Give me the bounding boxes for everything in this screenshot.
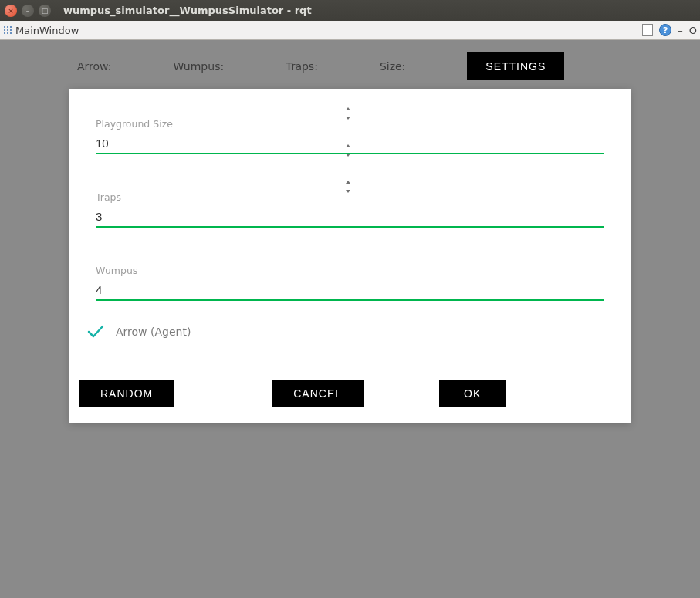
close-icon[interactable]: × bbox=[5, 5, 17, 17]
help-icon[interactable]: ? bbox=[659, 24, 671, 36]
titlebar-dash[interactable]: – bbox=[678, 25, 683, 36]
checkmark-icon[interactable] bbox=[86, 324, 105, 340]
status-row: Arrow: Wumpus: Traps: Size: SETTINGS bbox=[0, 52, 700, 80]
traps-input[interactable] bbox=[96, 208, 604, 228]
page-icon[interactable] bbox=[642, 24, 653, 36]
wumpus-label: Wumpus bbox=[96, 265, 604, 276]
status-traps-label: Traps: bbox=[286, 60, 318, 73]
chevron-down-icon[interactable] bbox=[346, 117, 350, 120]
cancel-button[interactable]: CANCEL bbox=[272, 380, 364, 407]
maximize-icon[interactable]: □ bbox=[39, 5, 51, 17]
svg-point-3 bbox=[4, 29, 5, 31]
chevron-up-icon[interactable] bbox=[346, 107, 350, 110]
grip-icon[interactable] bbox=[3, 25, 12, 35]
menu-bar: MainWindow ? – O bbox=[0, 21, 700, 40]
status-size-label: Size: bbox=[380, 60, 405, 73]
arrow-checkbox-row[interactable]: Arrow (Agent) bbox=[86, 324, 604, 340]
svg-point-6 bbox=[4, 32, 5, 34]
window-title-bar: × – □ wumpus_simulator__WumpusSimulator … bbox=[0, 0, 700, 21]
content-area: Arrow: Wumpus: Traps: Size: SETTINGS Pla… bbox=[0, 40, 700, 598]
traps-field: Traps bbox=[96, 179, 604, 228]
playground-size-input[interactable] bbox=[96, 134, 604, 154]
wumpus-input[interactable] bbox=[96, 281, 604, 301]
wumpus-field: Wumpus bbox=[96, 252, 604, 301]
svg-point-1 bbox=[7, 26, 8, 28]
playground-size-label: Playground Size bbox=[96, 118, 604, 130]
chevron-up-icon[interactable] bbox=[346, 181, 350, 184]
settings-dialog: Playground Size Traps Wumpus bbox=[69, 89, 631, 423]
svg-point-5 bbox=[10, 29, 12, 31]
status-wumpus-label: Wumpus: bbox=[174, 60, 225, 73]
menu-mainwindow[interactable]: MainWindow bbox=[15, 25, 79, 36]
minimize-icon[interactable]: – bbox=[22, 5, 34, 17]
window-title: wumpus_simulator__WumpusSimulator - rqt bbox=[63, 5, 312, 16]
chevron-down-icon[interactable] bbox=[346, 190, 350, 193]
svg-point-7 bbox=[7, 32, 8, 34]
traps-label: Traps bbox=[96, 191, 604, 203]
arrow-checkbox-label: Arrow (Agent) bbox=[116, 326, 191, 338]
chevron-down-icon[interactable] bbox=[346, 154, 350, 157]
svg-point-2 bbox=[10, 26, 12, 28]
chevron-up-icon[interactable] bbox=[346, 144, 350, 147]
status-arrow-label: Arrow: bbox=[77, 60, 112, 73]
playground-size-field: Playground Size bbox=[96, 106, 604, 154]
traps-spinner-icon[interactable] bbox=[346, 181, 350, 193]
random-button[interactable]: RANDOM bbox=[79, 380, 174, 407]
playground-spinner-icon[interactable] bbox=[346, 107, 350, 120]
svg-point-8 bbox=[10, 32, 12, 34]
svg-point-0 bbox=[4, 26, 5, 28]
settings-button[interactable]: SETTINGS bbox=[467, 52, 564, 80]
dialog-button-row: RANDOM CANCEL OK bbox=[79, 380, 604, 407]
titlebar-circle[interactable]: O bbox=[689, 25, 697, 36]
svg-point-4 bbox=[7, 29, 8, 31]
ok-button[interactable]: OK bbox=[439, 380, 506, 407]
playground-spinner2-icon[interactable] bbox=[346, 144, 350, 157]
